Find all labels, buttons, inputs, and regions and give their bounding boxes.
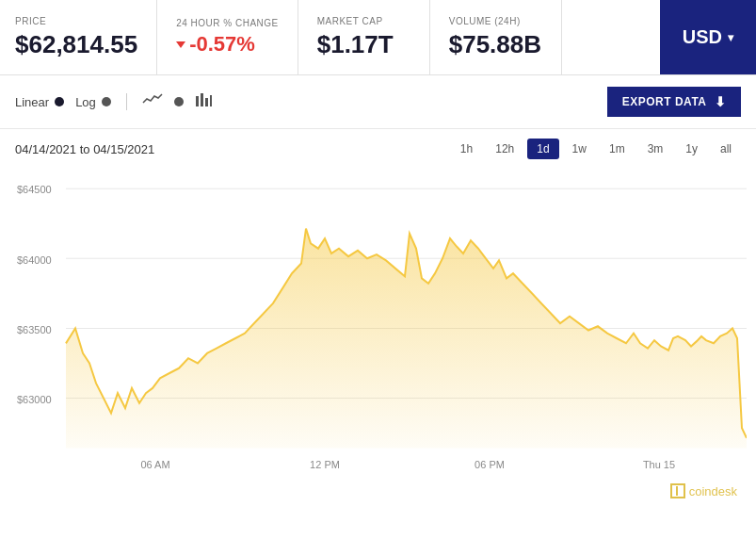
download-icon: ⬇	[715, 94, 727, 109]
linear-label: Linear	[15, 95, 49, 109]
time-btn-all[interactable]: all	[711, 139, 741, 159]
date-range: 04/14/2021 to 04/15/2021	[15, 142, 154, 156]
svg-text:$64500: $64500	[17, 184, 52, 195]
svg-text:$63000: $63000	[17, 394, 52, 405]
coindesk-icon	[670, 483, 685, 498]
marketcap-value: $1.17T	[317, 30, 410, 59]
line-chart-icon[interactable]	[142, 93, 163, 110]
svg-rect-1	[201, 93, 203, 106]
time-btn-1h[interactable]: 1h	[451, 139, 482, 159]
down-arrow-icon	[176, 41, 185, 48]
date-time-bar: 04/14/2021 to 04/15/2021 1h 12h 1d 1w 1m…	[0, 129, 756, 169]
log-button[interactable]: Log	[75, 95, 111, 109]
time-btn-1d[interactable]: 1d	[527, 139, 558, 159]
coindesk-text: coindesk	[689, 484, 737, 498]
time-buttons: 1h 12h 1d 1w 1m 3m 1y all	[451, 139, 741, 159]
bar-chart-icon[interactable]	[195, 92, 212, 111]
volume-stat: VOLUME (24H) $75.88B	[430, 0, 562, 74]
time-btn-1m[interactable]: 1m	[600, 139, 635, 159]
svg-text:12 PM: 12 PM	[310, 458, 340, 469]
chart-container: $64500 $64000 $63500 $63000 06 AM 12 PM …	[0, 169, 756, 536]
time-btn-12h[interactable]: 12h	[486, 139, 523, 159]
time-btn-1w[interactable]: 1w	[563, 139, 596, 159]
svg-text:06 PM: 06 PM	[475, 458, 505, 469]
time-btn-1y[interactable]: 1y	[676, 139, 707, 159]
price-stat: PRICE $62,814.55	[0, 0, 157, 74]
export-label: EXPORT DATA	[622, 95, 707, 108]
currency-selector[interactable]: USD ▾	[660, 0, 756, 74]
marketcap-label: MARKET CAP	[317, 16, 410, 26]
svg-rect-2	[205, 98, 208, 106]
linear-dot	[55, 97, 64, 106]
coindesk-watermark: coindesk	[670, 483, 737, 498]
svg-text:06 AM: 06 AM	[140, 458, 169, 469]
change-value: -0.57%	[176, 32, 279, 57]
svg-rect-0	[196, 96, 199, 106]
svg-text:Thu 15: Thu 15	[643, 458, 675, 469]
log-dot	[102, 97, 111, 106]
linear-button[interactable]: Linear	[15, 95, 64, 109]
marketcap-stat: MARKET CAP $1.17T	[298, 0, 430, 74]
stats-bar: PRICE $62,814.55 24 HOUR % CHANGE -0.57%…	[0, 0, 756, 75]
export-button[interactable]: EXPORT DATA ⬇	[607, 87, 741, 117]
change-label: 24 HOUR % CHANGE	[176, 18, 279, 28]
time-btn-3m[interactable]: 3m	[638, 139, 673, 159]
price-label: PRICE	[15, 16, 137, 26]
change-stat: 24 HOUR % CHANGE -0.57%	[157, 0, 298, 74]
line-chart-dot	[174, 97, 184, 106]
currency-dropdown-icon: ▾	[728, 31, 733, 44]
svg-text:$63500: $63500	[17, 323, 52, 335]
price-value: $62,814.55	[15, 30, 137, 59]
log-label: Log	[75, 95, 96, 109]
volume-value: $75.88B	[449, 30, 542, 59]
currency-label: USD	[683, 26, 722, 48]
svg-text:$64000: $64000	[17, 253, 52, 265]
chart-controls: Linear Log EXPORT DATA ⬇	[0, 75, 756, 129]
volume-label: VOLUME (24H)	[449, 16, 542, 26]
price-chart: $64500 $64000 $63500 $63000 06 AM 12 PM …	[9, 169, 747, 508]
separator	[126, 93, 127, 110]
svg-rect-3	[210, 95, 212, 106]
